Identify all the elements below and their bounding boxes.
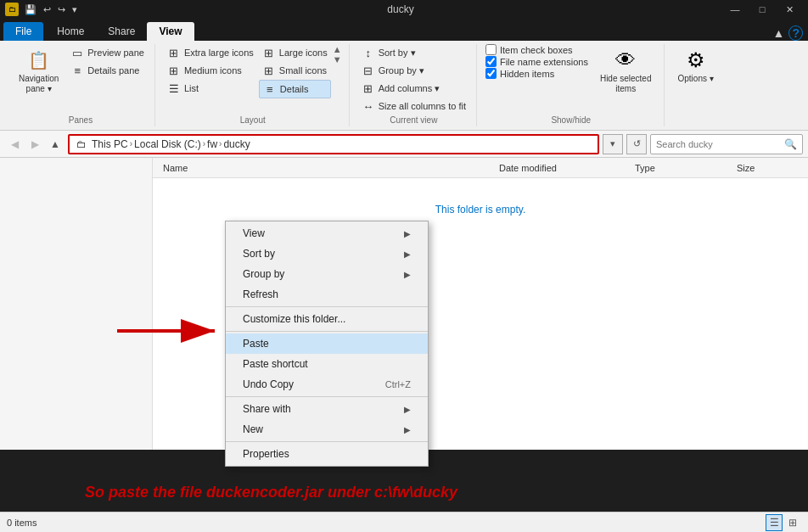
title-bar-left: 🗀 💾 ↩ ↪ ▾ [5,3,80,16]
ribbon-tabs: File Home Share View ▲ ? [0,19,808,41]
list-icon: ☰ [167,81,181,95]
quick-redo[interactable]: ↪ [55,3,68,16]
col-header-date[interactable]: Date modified [496,161,631,175]
extra-large-icon: ⊞ [167,46,181,59]
breadcrumb-sep-2: › [203,139,205,148]
search-box[interactable]: 🔍 [650,134,803,154]
maximize-button[interactable]: □ [749,0,776,19]
details-view-button[interactable]: ☰ [766,514,783,531]
list-button[interactable]: ☰ List [164,80,257,97]
hide-selected-label: Hide selecteditems [600,74,652,94]
search-icon[interactable]: 🔍 [784,138,797,150]
minimize-button[interactable]: — [721,0,749,19]
ctx-group-by[interactable]: Group by ▶ [226,264,428,284]
window-title: ducky [80,3,721,15]
layout-group-content: ⊞ Extra large icons ⊞ Medium icons ☰ Lis… [164,44,342,126]
ctx-properties[interactable]: Properties [226,444,428,464]
small-icons-label: Small icons [279,65,327,76]
show-hide-group-content: Item check boxes File name extensions Hi… [485,44,657,126]
breadcrumb-sep-3: › [219,139,222,148]
small-icons-icon: ⊞ [262,64,276,77]
file-extensions-option: File name extensions [485,56,588,67]
ctx-undo-copy[interactable]: Undo Copy Ctrl+Z [226,374,428,395]
close-button[interactable]: ✕ [776,0,803,19]
ctx-new-arrow: ▶ [404,425,411,434]
ctx-paste[interactable]: Paste [226,333,428,354]
refresh-button[interactable]: ↺ [626,134,647,154]
address-breadcrumb: 🗀 This PC › Local Disk (C:) › fw › ducky [76,138,250,150]
col-header-type[interactable]: Type [631,161,733,175]
ribbon-group-panes: 📋 Navigationpane ▾ ▭ Preview pane ≡ Deta… [7,44,155,126]
breadcrumb-ducky[interactable]: ducky [223,138,250,150]
tab-file[interactable]: File [3,22,43,41]
up-button[interactable]: ▲ [46,135,65,154]
layout-scroll-down[interactable]: ▼ [333,54,342,64]
hidden-items-checkbox[interactable] [485,68,497,79]
tab-home[interactable]: Home [45,22,96,41]
sort-by-button[interactable]: ↕ Sort by ▾ [358,44,469,61]
quick-save[interactable]: 💾 [22,3,39,16]
ctx-sep-2 [226,331,428,332]
layout-scroll-up[interactable]: ▲ [333,44,342,54]
ctx-share-with-arrow: ▶ [404,405,411,414]
sort-by-label: Sort by ▾ [379,48,416,59]
address-dropdown-button[interactable]: ▾ [603,134,623,154]
small-icons-button[interactable]: ⊞ Small icons [259,62,331,79]
panes-col: ▭ Preview pane ≡ Details pane [67,44,148,79]
window-controls: — □ ✕ [721,0,803,19]
medium-icons-button[interactable]: ⊞ Medium icons [164,62,257,79]
add-columns-icon: ⊞ [362,81,375,95]
extra-large-icons-button[interactable]: ⊞ Extra large icons [164,44,257,61]
details-button[interactable]: ≡ Details [259,80,331,98]
ribbon-group-current-view: ↕ Sort by ▾ ⊟ Group by ▾ ⊞ Add columns ▾… [351,44,477,126]
ribbon-collapse-up[interactable]: ▲ [771,26,788,40]
file-extensions-checkbox[interactable] [485,56,497,67]
breadcrumb-thispc[interactable]: This PC [92,138,128,150]
ctx-refresh[interactable]: Refresh [226,284,428,305]
address-bar[interactable]: 🗀 This PC › Local Disk (C:) › fw › ducky [68,134,599,154]
ctx-group-by-label: Group by [243,268,284,280]
show-hide-group-label: Show/hide [479,115,664,125]
ctx-new[interactable]: New ▶ [226,419,428,440]
instruction-text: So paste the file duckencoder.jar under … [85,484,457,501]
ctx-view[interactable]: View ▶ [226,223,428,244]
details-pane-button[interactable]: ≡ Details pane [67,62,148,79]
ctx-customize[interactable]: Customize this folder... [226,309,428,329]
details-layout-icon: ≡ [263,82,277,96]
panes-group-content: 📋 Navigationpane ▾ ▭ Preview pane ≡ Deta… [14,44,148,126]
large-icons-button[interactable]: ⊞ Large icons [259,44,331,61]
quick-dropdown[interactable]: ▾ [70,3,80,16]
breadcrumb-localdisk[interactable]: Local Disk (C:) [134,138,201,150]
options-group-content: ⚙ Options ▾ [673,44,719,126]
ctx-paste-shortcut[interactable]: Paste shortcut [226,354,428,374]
ctx-new-label: New [243,423,263,435]
col-header-size[interactable]: Size [733,161,801,175]
col-header-name[interactable]: Name [160,161,496,175]
details-pane-label: Details pane [87,65,139,76]
tab-share[interactable]: Share [96,22,147,41]
ctx-share-with[interactable]: Share with ▶ [226,399,428,419]
search-input[interactable] [656,139,784,149]
ribbon-help[interactable]: ? [788,25,803,41]
large-icons-view-button[interactable]: ⊞ [784,514,801,531]
ctx-sort-by[interactable]: Sort by ▶ [226,244,428,264]
group-by-label: Group by ▾ [379,65,424,76]
ctx-paste-shortcut-label: Paste shortcut [243,358,308,370]
options-button[interactable]: ⚙ Options ▾ [673,44,719,87]
tab-view[interactable]: View [147,22,194,41]
navigation-pane-button[interactable]: 📋 Navigationpane ▾ [14,44,64,97]
back-button[interactable]: ◀ [5,135,24,154]
add-columns-label: Add columns ▾ [379,83,440,94]
breadcrumb-fw[interactable]: fw [207,138,217,150]
preview-pane-button[interactable]: ▭ Preview pane [67,44,148,61]
size-all-columns-button[interactable]: ↔ Size all columns to fit [358,98,469,115]
group-by-button[interactable]: ⊟ Group by ▾ [358,62,469,79]
item-checkboxes-checkbox[interactable] [485,44,497,55]
forward-button[interactable]: ▶ [25,135,44,154]
preview-pane-icon: ▭ [70,46,84,59]
quick-undo[interactable]: ↩ [41,3,53,16]
ribbon-content: 📋 Navigationpane ▾ ▭ Preview pane ≡ Deta… [0,41,808,130]
add-columns-button[interactable]: ⊞ Add columns ▾ [358,80,469,97]
hidden-items-label: Hidden items [500,69,554,79]
hide-selected-button[interactable]: 👁 Hide selecteditems [595,44,657,97]
